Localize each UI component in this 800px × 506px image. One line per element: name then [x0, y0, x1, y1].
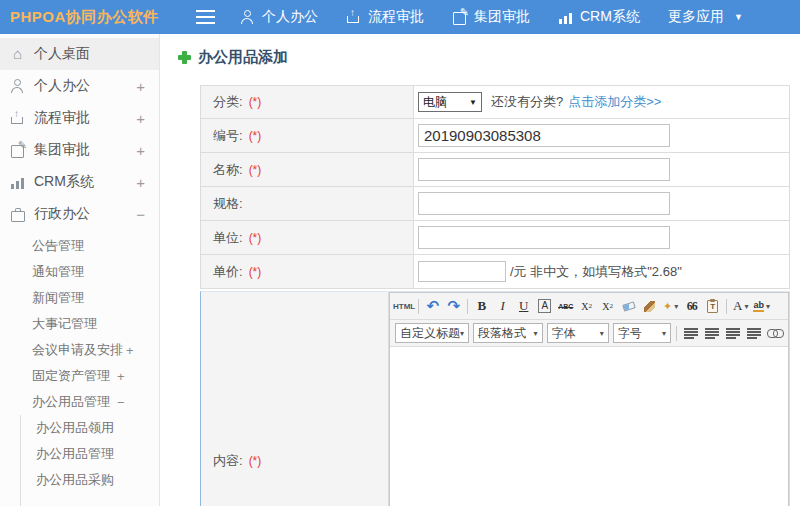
spec-input[interactable]: [418, 192, 670, 215]
toolbar-separator: [418, 299, 419, 314]
label-text: 单位:: [213, 229, 243, 247]
briefcase-icon: [10, 207, 25, 221]
sidebar-item-group-approval[interactable]: 集团审批 +: [0, 134, 159, 166]
paragraph-format-select[interactable]: 段落格式 ▾: [473, 323, 543, 343]
sidebar-item-notice-mgmt[interactable]: 通知管理: [0, 259, 159, 285]
category-select[interactable]: 电脑 ▼: [418, 92, 482, 112]
redo-button[interactable]: ↷: [443, 296, 464, 316]
source-code-button[interactable]: HTML: [393, 296, 415, 316]
paste-text-button[interactable]: T: [702, 296, 723, 316]
supplies-form: 分类: (*) 电脑 ▼ 还没有分类? 点击添加分类>> 编号: (*): [200, 85, 790, 506]
expand-plus-icon[interactable]: +: [136, 174, 145, 191]
remove-format-button[interactable]: [618, 296, 639, 316]
caret-down-icon: ▼: [734, 12, 743, 22]
expand-plus-icon[interactable]: +: [136, 142, 145, 159]
toolbar-separator: [726, 299, 727, 314]
custom-heading-select[interactable]: 自定义标题 ▾: [395, 323, 469, 343]
expand-plus-icon[interactable]: +: [136, 78, 145, 95]
category-select-value: 电脑: [423, 94, 447, 111]
collapse-minus-icon[interactable]: −: [117, 395, 125, 410]
editor-toolbar-row1: HTML ↶ ↷ B I U A ABC X2 X2: [390, 293, 788, 320]
user-icon: [240, 10, 255, 24]
sidebar-item-desktop[interactable]: ⌂ 个人桌面: [0, 38, 159, 70]
sidebar-item-admin-office[interactable]: 行政办公 −: [0, 198, 159, 230]
form-row-content: 内容: (*) HTML ↶ ↷ B I: [200, 291, 790, 506]
editor-content-area[interactable]: [390, 347, 788, 506]
label-text: 单价:: [213, 263, 243, 281]
sidebar-item-fixed-assets-mgmt[interactable]: 固定资产管理 +: [0, 363, 159, 389]
form-row-spec: 规格:: [200, 187, 790, 221]
sub-item-label: 办公用品领用: [36, 419, 114, 437]
field-label: 名称: (*): [201, 153, 414, 186]
add-category-link[interactable]: 点击添加分类>>: [568, 93, 661, 111]
sidebar-item-supplies-manage[interactable]: 办公用品管理: [21, 441, 159, 467]
align-center-button[interactable]: [701, 323, 722, 343]
sidebar-item-news-mgmt[interactable]: 新闻管理: [0, 285, 159, 311]
brush-icon: [644, 301, 655, 312]
expand-plus-icon[interactable]: +: [136, 110, 145, 127]
nav-label: 集团审批: [474, 8, 530, 26]
font-box-glyph: A: [538, 299, 551, 313]
sidebar-item-supplies-claim[interactable]: 办公用品领用: [21, 415, 159, 441]
sidebar-item-label: 个人办公: [34, 77, 136, 95]
font-color-button[interactable]: A▾: [730, 296, 751, 316]
align-justify-button[interactable]: [743, 323, 764, 343]
unit-input[interactable]: [418, 226, 670, 249]
font-family-select[interactable]: 字体 ▾: [547, 323, 609, 343]
underline-button[interactable]: U: [513, 296, 534, 316]
font-size-select[interactable]: 字号 ▾: [613, 323, 671, 343]
sub-base: X: [602, 301, 609, 312]
sidebar-item-workflow-approval[interactable]: 流程审批 +: [0, 102, 159, 134]
nav-workflow-approval[interactable]: 流程审批: [346, 8, 424, 26]
field-value: [414, 221, 789, 254]
nav-more-apps[interactable]: 更多应用 ▼: [668, 8, 743, 26]
nav-crm-system[interactable]: CRM系统: [558, 8, 640, 26]
sidebar-item-meeting-mgmt[interactable]: 会议申请及安排 +: [0, 337, 159, 363]
price-hint: /元 非中文，如填写格式"2.68": [510, 263, 682, 281]
code-input[interactable]: [418, 124, 670, 147]
menu-toggle-icon[interactable]: [196, 10, 215, 24]
insert-link-button[interactable]: [764, 323, 785, 343]
highlight-color-button[interactable]: ab▾: [751, 296, 772, 316]
format-painter-button[interactable]: [639, 296, 660, 316]
sidebar-item-office-supplies-mgmt[interactable]: 办公用品管理 −: [0, 389, 159, 415]
font-style-button[interactable]: A: [534, 296, 555, 316]
sup-mark: 2: [589, 302, 593, 310]
sub-item-label: 办公用品管理: [36, 445, 114, 463]
align-right-button[interactable]: [722, 323, 743, 343]
collapse-minus-icon[interactable]: −: [136, 206, 145, 223]
office-supplies-submenu: 办公用品领用 办公用品管理 办公用品采购: [20, 415, 159, 506]
expand-plus-icon[interactable]: +: [126, 343, 134, 358]
italic-button[interactable]: I: [492, 296, 513, 316]
nav-label: CRM系统: [580, 8, 640, 26]
bold-button[interactable]: B: [471, 296, 492, 316]
quick-format-button[interactable]: ✦▾: [660, 296, 681, 316]
sidebar-item-announcement-mgmt[interactable]: 公告管理: [0, 233, 159, 259]
price-input[interactable]: [418, 261, 506, 282]
blockquote-button[interactable]: 66: [681, 296, 702, 316]
label-text: 名称:: [213, 161, 243, 179]
undo-button[interactable]: ↶: [422, 296, 443, 316]
expand-plus-icon[interactable]: +: [117, 369, 125, 384]
strikethrough-button[interactable]: ABC: [555, 296, 576, 316]
field-value: [414, 119, 789, 152]
sidebar-item-personal-office[interactable]: 个人办公 +: [0, 70, 159, 102]
superscript-button[interactable]: X2: [576, 296, 597, 316]
sidebar-item-crm[interactable]: CRM系统 +: [0, 166, 159, 198]
select-caret-icon: ▼: [469, 98, 477, 107]
sidebar-item-supplies-purchase[interactable]: 办公用品采购: [21, 467, 159, 493]
top-nav: 个人办公 流程审批 集团审批 CRM系统 更多应用 ▼: [240, 0, 771, 34]
field-value: /元 非中文，如填写格式"2.68": [414, 255, 789, 288]
align-left-button[interactable]: [680, 323, 701, 343]
sub-item-label: 办公用品采购: [36, 471, 114, 489]
sidebar: ⌂ 个人桌面 个人办公 + 流程审批 + 集团审批 + CRM系统 + 行政办公…: [0, 34, 160, 506]
subscript-button[interactable]: X2: [597, 296, 618, 316]
name-input[interactable]: [418, 158, 670, 181]
select-label: 自定义标题: [400, 325, 460, 342]
sidebar-item-events-mgmt[interactable]: 大事记管理: [0, 311, 159, 337]
field-label: 编号: (*): [201, 119, 414, 152]
select-caret-icon: ▾: [534, 329, 538, 338]
caret-down-icon: ▾: [766, 302, 770, 311]
nav-personal-office[interactable]: 个人办公: [240, 8, 318, 26]
nav-group-approval[interactable]: 集团审批: [452, 8, 530, 26]
